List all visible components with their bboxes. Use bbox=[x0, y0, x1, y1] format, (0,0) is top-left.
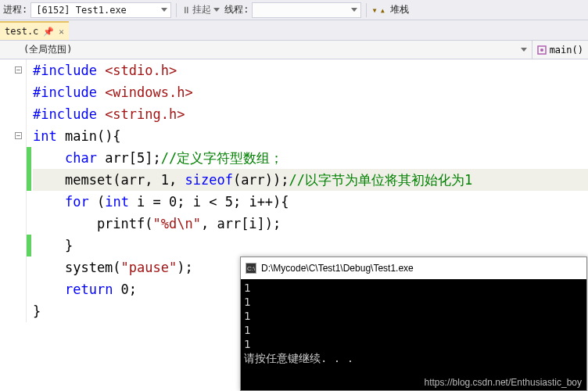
thread-dropdown[interactable] bbox=[252, 2, 361, 18]
scope-bar: (全局范围) main() bbox=[0, 41, 588, 59]
close-icon[interactable]: ✕ bbox=[59, 27, 64, 37]
change-indicator bbox=[27, 59, 31, 322]
collapse-icon[interactable]: − bbox=[15, 66, 22, 74]
collapse-icon[interactable]: − bbox=[15, 132, 22, 139]
suspend-button[interactable]: ⏸ 挂起 bbox=[181, 3, 220, 16]
stack-icon2: ▴ bbox=[380, 5, 385, 16]
function-icon bbox=[537, 45, 547, 55]
stack-label: 堆栈 bbox=[390, 3, 409, 16]
console-title-text: D:\Mycode\C\Test1\Debug\Test1.exe bbox=[261, 263, 414, 274]
file-tab-testc[interactable]: test.c 📌 ✕ bbox=[0, 21, 69, 40]
chevron-down-icon bbox=[351, 8, 357, 12]
scope-dropdown-right[interactable]: main() bbox=[532, 41, 588, 59]
gutter: − − bbox=[0, 59, 27, 322]
separator bbox=[176, 3, 177, 17]
console-window[interactable]: C:\ D:\Mycode\C\Test1\Debug\Test1.exe 1 … bbox=[240, 256, 587, 391]
thread-label: 线程: bbox=[224, 3, 249, 16]
tab-bar: test.c 📌 ✕ bbox=[0, 20, 588, 41]
tab-filename: test.c bbox=[5, 26, 38, 37]
separator bbox=[366, 3, 367, 17]
debug-toolbar: 进程: [6152] Test1.exe ⏸ 挂起 线程: ▾ ▴ 堆栈 bbox=[0, 0, 588, 20]
stack-icon: ▾ bbox=[371, 5, 377, 16]
chevron-down-icon bbox=[213, 8, 220, 12]
chevron-down-icon bbox=[161, 8, 167, 12]
process-value: [6152] Test1.exe bbox=[36, 5, 127, 16]
pin-icon[interactable]: 📌 bbox=[43, 27, 54, 37]
chevron-down-icon bbox=[521, 48, 527, 52]
process-label: 进程: bbox=[3, 3, 27, 16]
console-output: 1 1 1 1 1 请按任意键继续. . . bbox=[241, 279, 586, 367]
watermark: https://blog.csdn.net/Enthusiastic_boy bbox=[425, 377, 582, 388]
process-dropdown[interactable]: [6152] Test1.exe bbox=[30, 2, 171, 18]
scope-dropdown-left[interactable]: (全局范围) bbox=[0, 43, 518, 56]
console-icon: C:\ bbox=[246, 263, 256, 274]
svg-point-1 bbox=[540, 48, 543, 52]
console-titlebar[interactable]: C:\ D:\Mycode\C\Test1\Debug\Test1.exe bbox=[241, 257, 586, 279]
